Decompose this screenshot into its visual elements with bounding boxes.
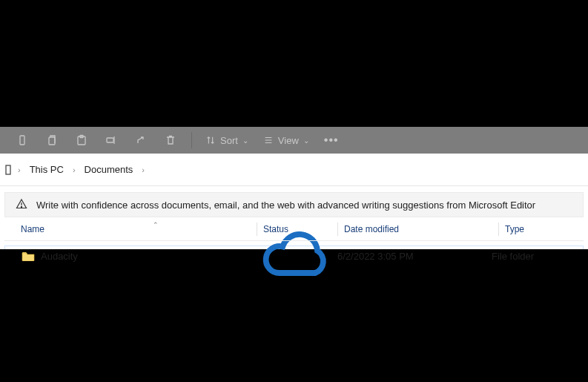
- column-header-date[interactable]: Date modified: [344, 224, 498, 234]
- row-name: Audacity: [41, 251, 78, 262]
- column-divider: [337, 223, 338, 236]
- svg-rect-5: [6, 165, 10, 174]
- copy-icon[interactable]: [37, 127, 67, 154]
- view-label: View: [278, 135, 299, 146]
- column-header-date-label: Date modified: [344, 224, 399, 234]
- chevron-right-icon: ›: [71, 165, 77, 174]
- toolbar: Sort ⌄ View ⌄ •••: [0, 127, 588, 154]
- folder-icon: [22, 251, 35, 261]
- banner-text: Write with confidence across documents, …: [36, 200, 535, 211]
- rename-icon[interactable]: [96, 127, 126, 154]
- share-icon[interactable]: [126, 127, 156, 154]
- breadcrumb-this-pc[interactable]: This PC: [27, 161, 67, 178]
- column-divider: [257, 223, 257, 236]
- chevron-down-icon: ⌄: [242, 136, 248, 145]
- column-header-type[interactable]: Type: [505, 224, 584, 234]
- row-name-cell: Audacity: [22, 251, 257, 262]
- chevron-right-icon: ›: [140, 165, 146, 174]
- nav-partial-icon: [4, 165, 12, 175]
- column-divider: [498, 223, 499, 236]
- view-button[interactable]: View ⌄: [256, 127, 317, 154]
- delete-icon[interactable]: [156, 127, 185, 154]
- content-area: › This PC › Documents › Write with confi…: [0, 154, 588, 249]
- column-header-name[interactable]: Name ⌃: [21, 224, 257, 234]
- sort-button[interactable]: Sort ⌄: [198, 127, 256, 154]
- svg-point-7: [21, 206, 22, 207]
- window-blackspace-top: [0, 0, 588, 127]
- sort-indicator-icon: ⌃: [153, 221, 159, 228]
- column-header-name-label: Name: [21, 224, 44, 234]
- column-header-status-label: Status: [263, 224, 288, 234]
- column-headers: Name ⌃ Status Date modified Type: [4, 217, 584, 241]
- row-date-cell: 6/2/2022 3:05 PM: [337, 251, 492, 262]
- paste-icon[interactable]: [67, 127, 96, 154]
- row-type-cell: File folder: [492, 251, 583, 262]
- column-header-status[interactable]: Status: [263, 224, 337, 234]
- row-date: 6/2/2022 3:05 PM: [337, 251, 414, 262]
- warning-icon: [16, 198, 27, 212]
- svg-rect-4: [107, 138, 113, 142]
- address-bar: › This PC › Documents ›: [0, 154, 588, 186]
- cloud-icon: [257, 277, 337, 289]
- editor-banner: Write with confidence across documents, …: [4, 192, 584, 217]
- svg-rect-0: [20, 136, 24, 145]
- toolbar-divider: [191, 132, 192, 148]
- chevron-right-icon: ›: [16, 165, 22, 174]
- more-button[interactable]: •••: [317, 127, 346, 154]
- breadcrumb-documents[interactable]: Documents: [82, 161, 136, 178]
- cut-icon[interactable]: [7, 127, 37, 154]
- row-type: File folder: [492, 251, 534, 262]
- sort-label: Sort: [220, 135, 238, 146]
- column-header-type-label: Type: [505, 224, 524, 234]
- svg-rect-1: [49, 137, 55, 145]
- chevron-down-icon: ⌄: [303, 136, 309, 145]
